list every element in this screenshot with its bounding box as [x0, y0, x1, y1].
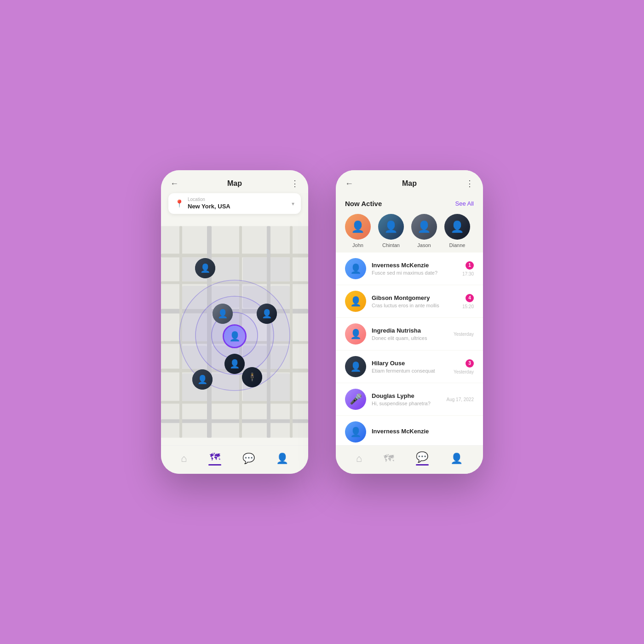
svg-rect-6	[161, 401, 308, 404]
chat-meta-hilary: 3 Yesterday	[454, 359, 474, 374]
svg-rect-1	[161, 254, 308, 258]
nav-active-indicator	[208, 464, 221, 466]
active-user-chintan[interactable]: 👤 Chintan	[378, 214, 404, 248]
map-avatar-6[interactable]: 🕴	[242, 367, 262, 387]
now-active-section: Now Active See All 👤 John 👤 Chintan 👤 Ja…	[336, 193, 483, 253]
chat-avatar-inverness2: 👤	[345, 421, 366, 443]
chat-item-ingredia[interactable]: 👤 Ingredia Nutrisha Donec elit quam, ult…	[336, 318, 483, 350]
map-area: 👤 👤 👤 👤 👤 👤 🕴	[161, 218, 308, 445]
location-label: Location	[188, 197, 230, 202]
section-header: Now Active See All	[345, 200, 474, 207]
map-avatar-4[interactable]: 👤	[224, 354, 245, 374]
chat-info-ingredia: Ingredia Nutrisha Donec elit quam, ultri…	[372, 327, 448, 341]
map-avatar-5[interactable]: 👤	[192, 369, 213, 390]
active-user-jason[interactable]: 👤 Jason	[411, 214, 437, 248]
chat-time-douglas: Aug 17, 2022	[447, 397, 474, 402]
nav-home[interactable]: ⌂	[181, 453, 187, 465]
chat-badge-hilary: 3	[466, 359, 474, 368]
user-name-dianne: Dianne	[449, 242, 466, 248]
chat-badge-gibson: 4	[466, 294, 474, 302]
chat-preview-gibson: Cras luctus eros in ante mollis	[372, 303, 457, 308]
chat-name-hilary: Hilary Ouse	[372, 360, 448, 367]
chat-meta-gibson: 4 15:20	[462, 294, 474, 309]
user-name-john: John	[352, 242, 363, 248]
nav-profile[interactable]: 👤	[276, 453, 288, 465]
chat-time-gibson: 15:20	[462, 304, 474, 309]
nav-home-2[interactable]: ⌂	[356, 453, 362, 465]
active-users-row: 👤 John 👤 Chintan 👤 Jason 👤 Dianne	[345, 214, 474, 248]
phone-messages-view: ← Map ⋮ Now Active See All 👤 John 👤 Chin…	[336, 170, 483, 474]
chat-name-inverness: Inverness McKenzie	[372, 262, 457, 269]
chat-info-inverness2: Inverness McKenzie	[372, 428, 468, 436]
chat-meta-ingredia: Yesterday	[454, 332, 474, 337]
location-bar[interactable]: 📍 Location New York, USA ▾	[168, 193, 301, 214]
active-user-dianne[interactable]: 👤 Dianne	[444, 214, 470, 248]
avatar-jason: 👤	[411, 214, 437, 240]
nav-active-indicator-2	[416, 464, 429, 466]
phone-map-view: ← Map ⋮ 📍 Location New York, USA ▾	[161, 170, 308, 474]
avatar-john: 👤	[345, 214, 371, 240]
avatar-chintan: 👤	[378, 214, 404, 240]
chat-avatar-hilary: 👤	[345, 356, 366, 377]
bottom-nav-2: ⌂ 🗺 💬 👤	[336, 445, 483, 474]
chat-info-douglas: Douglas Lyphe Hi, suspendisse pharetra?	[372, 392, 441, 406]
chat-name-douglas: Douglas Lyphe	[372, 392, 441, 399]
chat-item-inverness[interactable]: 👤 Inverness McKenzie Fusce sed mi maximu…	[336, 253, 483, 285]
chat-name-inverness2: Inverness McKenzie	[372, 428, 468, 435]
now-active-title: Now Active	[345, 200, 382, 207]
back-button-2[interactable]: ←	[345, 179, 353, 189]
chat-time-inverness: 17:30	[462, 271, 474, 276]
chat-preview-ingredia: Donec elit quam, ultrices	[372, 335, 448, 341]
chat-time-hilary: Yesterday	[454, 369, 474, 374]
nav-map-2[interactable]: 🗺	[384, 453, 394, 465]
chat-avatar-gibson: 👤	[345, 291, 366, 312]
chat-avatar-ingredia: 👤	[345, 323, 366, 345]
location-value: New York, USA	[188, 203, 230, 210]
map-header: ← Map ⋮	[161, 170, 308, 193]
map-title: Map	[227, 179, 242, 188]
more-button[interactable]: ⋮	[291, 178, 299, 189]
chat-preview-inverness: Fusce sed mi maximus date?	[372, 270, 457, 276]
messages-header: ← Map ⋮	[336, 170, 483, 193]
chat-meta-douglas: Aug 17, 2022	[447, 397, 474, 402]
active-user-john[interactable]: 👤 John	[345, 214, 371, 248]
chat-item-douglas[interactable]: 🎤 Douglas Lyphe Hi, suspendisse pharetra…	[336, 383, 483, 415]
chat-item-gibson[interactable]: 👤 Gibson Montgomery Cras luctus eros in …	[336, 285, 483, 317]
chat-name-ingredia: Ingredia Nutrisha	[372, 327, 448, 334]
chat-name-gibson: Gibson Montgomery	[372, 294, 457, 301]
chat-list: 👤 Inverness McKenzie Fusce sed mi maximu…	[336, 253, 483, 445]
chat-info-hilary: Hilary Ouse Etiam fermentum consequat	[372, 360, 448, 374]
chat-info-inverness: Inverness McKenzie Fusce sed mi maximus …	[372, 262, 457, 276]
more-button-2[interactable]: ⋮	[466, 178, 474, 189]
chat-meta-inverness: 1 17:30	[462, 261, 474, 276]
see-all-button[interactable]: See All	[455, 200, 474, 207]
nav-chat[interactable]: 💬	[242, 453, 255, 465]
bottom-nav: ⌂ 🗺 💬 👤	[161, 445, 308, 474]
chat-time-ingredia: Yesterday	[454, 332, 474, 337]
chat-preview-douglas: Hi, suspendisse pharetra?	[372, 401, 441, 406]
map-avatar-1[interactable]: 👤	[195, 258, 215, 278]
map-avatar-2[interactable]: 👤	[213, 304, 233, 324]
chat-avatar-douglas: 🎤	[345, 389, 366, 410]
chat-info-gibson: Gibson Montgomery Cras luctus eros in an…	[372, 294, 457, 308]
nav-map[interactable]: 🗺	[208, 451, 221, 466]
chat-avatar-inverness: 👤	[345, 258, 366, 279]
user-name-chintan: Chintan	[382, 242, 400, 248]
avatar-dianne: 👤	[444, 214, 470, 240]
chat-preview-hilary: Etiam fermentum consequat	[372, 368, 448, 374]
chat-item-inverness2[interactable]: 👤 Inverness McKenzie	[336, 416, 483, 445]
nav-chat-2[interactable]: 💬	[416, 451, 429, 466]
svg-rect-7	[161, 420, 308, 423]
nav-profile-2[interactable]: 👤	[450, 453, 463, 465]
user-name-jason: Jason	[417, 242, 431, 248]
location-pin-icon: 📍	[175, 199, 184, 208]
map-avatar-center[interactable]: 👤	[223, 324, 247, 348]
chevron-down-icon: ▾	[292, 201, 294, 207]
location-info: Location New York, USA	[188, 197, 230, 210]
back-button[interactable]: ←	[170, 179, 178, 189]
chat-item-hilary[interactable]: 👤 Hilary Ouse Etiam fermentum consequat …	[336, 351, 483, 383]
chat-badge-inverness: 1	[466, 261, 474, 270]
messages-title: Map	[402, 179, 417, 188]
map-avatar-3[interactable]: 👤	[257, 304, 277, 324]
